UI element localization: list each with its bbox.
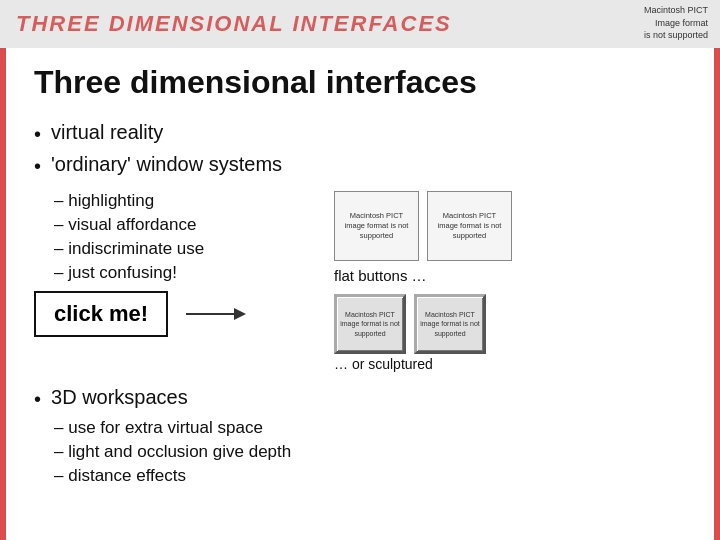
flat-button-picts: Macintosh PICT image format is not suppo… [334,191,512,261]
pict-box-flat-2: Macintosh PICT image format is not suppo… [427,191,512,261]
top-right-pict-notice: Macintosh PICT Image format is not suppo… [644,4,708,42]
right-column: Macintosh PICT image format is not suppo… [334,191,512,372]
two-col-section: highlighting visual affordance indiscrim… [34,191,686,372]
sub-bullet-visual-affordance: visual affordance [34,215,314,235]
sub-bullet-confusing: just confusing! [34,263,314,283]
sub-bullets-3d: use for extra virtual space light and oc… [34,418,686,486]
sub-bullet-highlighting: highlighting [34,191,314,211]
flat-label: flat buttons … [334,267,427,284]
sub-bullet-indiscriminate: indiscriminate use [34,239,314,259]
slide-title: Three dimensional interfaces [34,64,686,101]
sculptured-picts: Macintosh PICT image format is not suppo… [334,294,486,354]
sub-bullets-left: highlighting visual affordance indiscrim… [34,191,314,337]
banner-text: THREE DIMENSIONAL INTERFACES [16,11,452,37]
sub-bullet-occlusion: light and occlusion give depth [34,442,686,462]
top-banner: THREE DIMENSIONAL INTERFACES [0,0,720,48]
bullet-virtual-reality: • virtual reality [34,121,686,147]
pict-box-flat-1: Macintosh PICT image format is not suppo… [334,191,419,261]
bullet-section-top: • virtual reality • 'ordinary' window sy… [34,121,686,179]
bullet-ordinary-windows: • 'ordinary' window systems [34,153,686,179]
click-me-row: click me! [34,291,314,337]
left-accent [0,48,6,540]
pict-box-sculptured-1: Macintosh PICT image format is not suppo… [334,294,406,354]
arrow-icon [186,304,246,324]
svg-marker-1 [234,308,246,320]
sub-bullet-extra-space: use for extra virtual space [34,418,686,438]
main-content: Three dimensional interfaces • virtual r… [14,48,706,540]
sub-bullet-distance: distance effects [34,466,686,486]
sculptured-label: … or sculptured [334,356,433,372]
bullet-3d-workspaces: • 3D workspaces [34,386,686,412]
right-accent [714,48,720,540]
click-me-button[interactable]: click me! [34,291,168,337]
pict-box-sculptured-2: Macintosh PICT image format is not suppo… [414,294,486,354]
d3-section: • 3D workspaces use for extra virtual sp… [34,386,686,486]
